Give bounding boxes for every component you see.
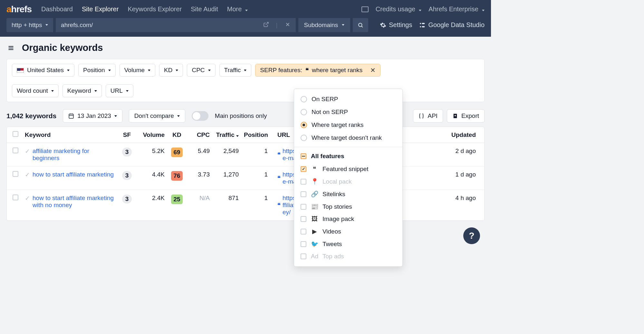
keyword-link[interactable]: affiliate marketing for beginners (33, 148, 116, 162)
filter-country[interactable]: United States (12, 64, 74, 77)
compare-selector[interactable]: Don't compare (129, 109, 185, 123)
close-icon[interactable]: ✕ (370, 66, 376, 74)
svg-rect-8 (422, 26, 425, 27)
th-keyword[interactable]: Keyword (22, 131, 119, 138)
chevron-down-icon (45, 24, 48, 26)
chevron-down-icon (176, 70, 178, 71)
sf-badge[interactable]: 3 (122, 148, 132, 157)
feature-checkbox[interactable] (301, 191, 306, 197)
check-icon: ✓ (25, 195, 30, 202)
updated-cell: 1 d ago (402, 171, 481, 178)
th-cpc[interactable]: CPC (187, 131, 212, 138)
nav-keywords-explorer[interactable]: Keywords Explorer (128, 5, 182, 13)
th-sf[interactable]: SF (119, 131, 135, 138)
divider (294, 147, 402, 147)
nav-credits-usage[interactable]: Credits usage (376, 5, 422, 13)
api-button[interactable]: API (413, 109, 443, 123)
tristate-checkbox[interactable] (301, 153, 306, 159)
th-traffic[interactable]: Traffic (212, 131, 241, 138)
feature-icon: ❝ (311, 165, 318, 173)
feature-icon: 📍 (311, 178, 318, 185)
row-checkbox[interactable] (13, 195, 18, 200)
radio-option[interactable]: Where target doesn't rank (294, 131, 402, 144)
main-positions-toggle[interactable] (192, 111, 208, 121)
filter-traffic[interactable]: Traffic (219, 64, 252, 77)
radio-option[interactable]: Where target ranks (294, 119, 402, 131)
logo[interactable]: ahrefs (6, 4, 32, 14)
feature-option[interactable]: 📰Top stories (294, 200, 402, 213)
radio-icon (301, 135, 307, 141)
nav-dashboard[interactable]: Dashboard (41, 5, 73, 13)
snippet-icon: ❝ (277, 175, 281, 182)
filter-kd[interactable]: KD (159, 64, 183, 77)
kd-badge: 69 (171, 148, 183, 157)
radio-option[interactable]: Not on SERP (294, 106, 402, 119)
filter-word-count[interactable]: Word count (12, 84, 59, 97)
sf-badge[interactable]: 3 (122, 171, 132, 180)
row-checkbox[interactable] (13, 171, 18, 177)
svg-point-6 (420, 26, 421, 27)
th-volume[interactable]: Volume (135, 131, 167, 138)
chevron-down-icon (148, 70, 150, 71)
table-row: ✓how to start affiliate marketing 3 4.4K… (7, 167, 484, 190)
th-updated[interactable]: Updated (402, 131, 481, 138)
radio-option[interactable]: On SERP (294, 93, 402, 106)
chevron-down-icon (342, 24, 344, 26)
row-checkbox[interactable] (13, 148, 18, 153)
position-cell: 1 (241, 148, 270, 155)
filter-cpc[interactable]: CPC (187, 64, 215, 77)
nav-account[interactable]: Ahrefs Enterprise (428, 5, 485, 13)
chevron-down-icon (108, 70, 111, 71)
filter-serp-features[interactable]: SERP features: ❝ where target ranks ✕ (255, 64, 380, 77)
close-icon[interactable] (285, 22, 291, 27)
menu-icon[interactable] (7, 45, 15, 51)
all-features-row[interactable]: All features (294, 150, 402, 163)
radio-label: Where target ranks (312, 121, 364, 129)
feature-label: Featured snippet (322, 166, 369, 173)
screen-icon[interactable] (361, 6, 369, 12)
date-selector[interactable]: 13 Jan 2023 (63, 109, 122, 123)
filter-position[interactable]: Position (78, 64, 116, 77)
keyword-count: 1,042 keywords (6, 112, 56, 120)
url-input[interactable]: ahrefs.com/ | (56, 18, 295, 32)
feature-label: Image pack (322, 215, 354, 221)
feature-checkbox[interactable] (301, 204, 306, 210)
protocol-selector[interactable]: http + https (6, 18, 53, 32)
filter-volume[interactable]: Volume (120, 64, 155, 77)
feature-label: Top stories (322, 203, 352, 210)
feature-checkbox[interactable] (301, 216, 306, 221)
th-position[interactable]: Position (241, 131, 270, 138)
feature-checkbox[interactable] (301, 166, 306, 172)
data-studio-icon (419, 22, 426, 28)
braces-icon (418, 113, 424, 119)
nav-site-explorer[interactable]: Site Explorer (82, 5, 119, 13)
page-header: Organic keywords (0, 37, 491, 59)
feature-option[interactable]: 🔗Sitelinks (294, 188, 402, 200)
feature-option[interactable]: 🖼Image pack (294, 213, 402, 221)
filter-keyword[interactable]: Keyword (62, 84, 102, 97)
scope-selector[interactable]: Subdomains (298, 18, 351, 32)
chevron-down-icon (51, 90, 54, 92)
svg-point-3 (359, 23, 362, 27)
select-all-checkbox[interactable] (13, 131, 18, 137)
nav-site-audit[interactable]: Site Audit (191, 5, 218, 13)
external-link-icon[interactable] (263, 22, 269, 27)
search-button[interactable] (353, 18, 368, 32)
filter-url[interactable]: URL (106, 84, 133, 97)
keyword-link[interactable]: how to start affiliate marketing with no… (33, 195, 116, 209)
th-kd[interactable]: KD (167, 131, 187, 138)
gds-link[interactable]: Google Data Studio (419, 21, 485, 29)
radio-icon (301, 96, 307, 102)
keyword-link[interactable]: how to start affiliate marketing (33, 171, 114, 178)
sf-badge[interactable]: 3 (122, 195, 132, 204)
export-button[interactable]: Export (447, 109, 485, 123)
settings-link[interactable]: Settings (380, 21, 412, 29)
chevron-down-icon (177, 115, 180, 117)
radio-label: Where target doesn't rank (312, 134, 382, 141)
feature-option[interactable]: ❝Featured snippet (294, 163, 402, 175)
filters-card: United States Position Volume KD CPC Tra… (6, 59, 485, 102)
nav-more[interactable]: More (227, 5, 248, 13)
traffic-cell: 1,270 (212, 171, 241, 178)
updated-cell: 2 d ago (402, 148, 481, 155)
traffic-cell: 871 (212, 195, 241, 202)
